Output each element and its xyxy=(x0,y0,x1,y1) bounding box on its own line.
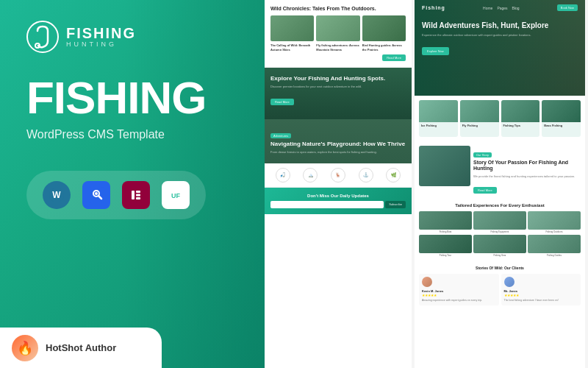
mockup-right: Fishing Home Pages Blog Book Now Wild Ad… xyxy=(415,0,585,368)
grid-item-2: Fishing Equipment xyxy=(473,211,526,233)
nav-pages[interactable]: Pages xyxy=(497,6,507,10)
right-panel: Wild Chronicles: Tales From The Outdoors… xyxy=(265,0,588,368)
testimonials-title: Stories Of Wild: Our Clients xyxy=(419,266,581,270)
blog-card-img-1 xyxy=(270,15,314,41)
story-desc: We provide the finest fishing and huntin… xyxy=(473,174,581,179)
grid-img-5 xyxy=(473,235,526,253)
nature-desc: From dense forests to open waters, explo… xyxy=(270,150,406,155)
blog-card-3: Bird Hunting guides: Across the Prairies xyxy=(362,15,406,51)
partner-icon-5: 🌿 xyxy=(386,168,401,183)
activity-cards: Ice Fishing Fly Fishing Fishing Tips Bas… xyxy=(415,96,585,141)
nature-title: Navigating Nature's Playground: How We T… xyxy=(270,141,406,148)
explore-btn[interactable]: Read More xyxy=(270,99,294,105)
mockup-left: Wild Chronicles: Tales From The Outdoors… xyxy=(265,0,412,368)
fishing-hook-icon xyxy=(26,21,59,53)
client-avatar-2 xyxy=(504,277,514,287)
partners-row: 🎣 🏔️ 🦌 ⚓ 🌿 xyxy=(265,163,412,188)
svg-rect-12 xyxy=(136,197,140,199)
blog-card-1: The Calling of Wild: Beneath Autumn Skie… xyxy=(270,15,314,51)
grid-item-4: Fishing Tour xyxy=(419,235,472,257)
hero-cta-btn[interactable]: Book Now xyxy=(557,4,578,11)
nav-home[interactable]: Home xyxy=(483,6,492,10)
blog-card-title-1: The Calling of Wild: Beneath Autumn Skie… xyxy=(270,43,314,51)
grid-img-2 xyxy=(473,211,526,230)
logo-text: FISHING HUNTING xyxy=(66,26,136,48)
card-label-4: Bass Fishing xyxy=(542,122,581,129)
logo-area: FISHING HUNTING xyxy=(26,21,238,53)
wordpress-icon: W xyxy=(43,181,71,209)
hero-title: Wild Adventures Fish, Hunt, Explore xyxy=(422,21,578,30)
story-tag: Our Story xyxy=(473,152,492,158)
author-name: HotShot Author xyxy=(46,342,116,353)
svg-point-7 xyxy=(95,192,98,195)
hero-logo: Fishing xyxy=(422,5,445,10)
newsletter-input[interactable] xyxy=(270,201,384,208)
card-label-3: Fishing Tips xyxy=(501,122,540,129)
testimonial-1: Kevin M. Jones ★★★★★ Amazing experience … xyxy=(419,274,499,305)
newsletter-title: Don't Miss Our Daily Updates xyxy=(270,194,406,198)
grid-section: Tailored Experiences For Every Enthusias… xyxy=(415,199,585,261)
grid-label-4: Fishing Tour xyxy=(419,254,472,257)
partner-icon-1: 🎣 xyxy=(276,168,290,183)
explore-desc: Discover premier locations for your next… xyxy=(270,85,406,89)
card-img-2 xyxy=(460,100,499,122)
story-image xyxy=(419,146,470,186)
blog-card-title-2: Fly fishing adventures: Across Mountain … xyxy=(316,43,359,51)
client-text-2: The best fishing adventure I have ever b… xyxy=(504,299,578,302)
logo-fishing: FISHING xyxy=(66,26,136,40)
tech-icons-row: W UF xyxy=(26,171,206,219)
grid-label-6: Fishing Guides xyxy=(528,254,581,257)
logo-hunting: HUNTING xyxy=(66,40,136,48)
blog-section: Wild Chronicles: Tales From The Outdoors… xyxy=(265,0,412,68)
blog-card-img-3 xyxy=(362,15,406,41)
client-stars-2: ★★★★★ xyxy=(504,293,578,297)
testimonials-section: Stories Of Wild: Our Clients Kevin M. Jo… xyxy=(415,261,585,310)
card-fishing-tips: Fishing Tips xyxy=(501,100,540,137)
story-btn[interactable]: Read More xyxy=(473,187,497,194)
hero-desc: Experience the ultimate outdoor adventur… xyxy=(422,33,578,38)
newsletter-form: Subscribe xyxy=(270,201,406,208)
elementor-icon xyxy=(122,181,150,209)
grid-img-3 xyxy=(528,211,581,230)
grid-label-5: Fishing Gear xyxy=(473,254,526,257)
blog-card-img-2 xyxy=(316,15,359,41)
card-img-3 xyxy=(501,100,540,122)
hero-content: Wild Adventures Fish, Hunt, Explore Expe… xyxy=(415,15,585,61)
explore-section: Explore Your Fishing And Hunting Spots. … xyxy=(265,68,412,119)
client-stars-1: ★★★★★ xyxy=(422,293,496,297)
grid-item-3: Fishing Outdoors xyxy=(528,211,581,233)
svg-text:W: W xyxy=(52,190,61,200)
grid-img-6 xyxy=(528,235,581,253)
partner-icon-3: 🦌 xyxy=(331,168,345,183)
explore-title: Explore Your Fishing And Hunting Spots. xyxy=(270,75,406,82)
story-title: Story Of Your Passion For Fishing And Hu… xyxy=(473,160,581,172)
card-fly-fishing: Fly Fishing xyxy=(460,100,499,137)
experience-grid: Fishing Boat Fishing Equipment Fishing O… xyxy=(419,211,581,257)
grid-item-1: Fishing Boat xyxy=(419,211,472,233)
hero-nav: Fishing Home Pages Blog Book Now xyxy=(415,0,585,15)
blog-card-title-3: Bird Hunting guides: Across the Prairies xyxy=(362,43,406,51)
author-bar: 🔥 HotShot Author xyxy=(0,328,162,368)
partner-icon-4: ⚓ xyxy=(359,168,373,183)
hero-explore-btn[interactable]: Explore Now xyxy=(422,47,449,55)
grid-label-2: Fishing Equipment xyxy=(473,230,526,233)
card-img-1 xyxy=(419,100,458,122)
card-img-4 xyxy=(542,100,581,122)
uf-icon: UF xyxy=(162,181,190,209)
story-section: Our Story Story Of Your Passion For Fish… xyxy=(415,141,585,199)
card-label-2: Fly Fishing xyxy=(460,122,499,129)
newsletter-btn[interactable]: Subscribe xyxy=(385,201,406,208)
story-content: Our Story Story Of Your Passion For Fish… xyxy=(473,146,581,194)
grid-img-4 xyxy=(419,235,472,253)
author-avatar: 🔥 xyxy=(12,335,38,361)
nature-tag: Adventures xyxy=(270,133,291,138)
svg-rect-10 xyxy=(136,191,140,193)
hero-section: Fishing Home Pages Blog Book Now Wild Ad… xyxy=(415,0,585,96)
card-label-1: Ice Fishing xyxy=(419,122,458,129)
nature-section: Adventures Navigating Nature's Playgroun… xyxy=(265,119,412,163)
hero-nav-links: Home Pages Blog xyxy=(483,6,520,10)
svg-rect-9 xyxy=(132,191,135,199)
blog-readmore-btn[interactable]: Read More xyxy=(382,54,406,61)
nav-blog[interactable]: Blog xyxy=(512,6,520,10)
card-bass-fishing: Bass Fishing xyxy=(542,100,581,137)
